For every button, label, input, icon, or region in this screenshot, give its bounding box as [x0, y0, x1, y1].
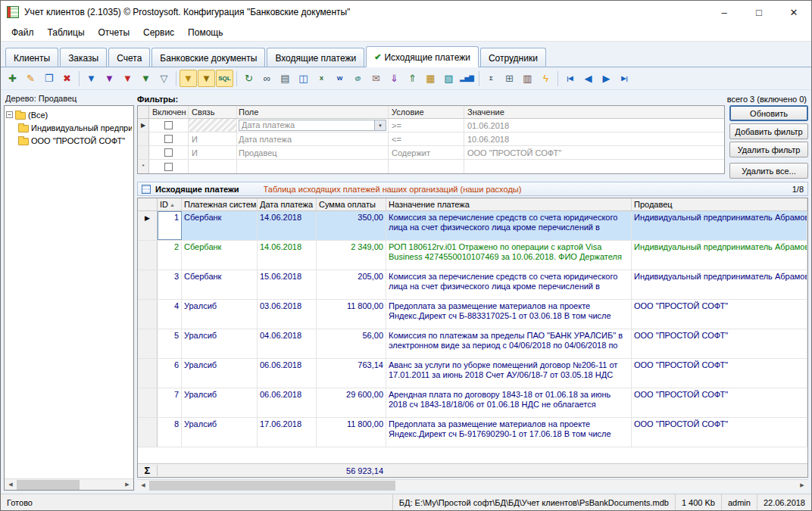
refresh-data-icon[interactable]: ↻	[240, 70, 258, 87]
sum-icon[interactable]: Σ	[483, 70, 500, 87]
grid-horizontal-scrollbar[interactable]: ◀ ▶	[137, 479, 808, 491]
cell-seller[interactable]: Индивидуальный предприниматель Абрамова	[632, 211, 807, 240]
filter-enabled-checkbox[interactable]	[164, 148, 173, 157]
filter-by-selection-icon[interactable]: ▼	[137, 70, 155, 87]
edit-filter-icon[interactable]: ▼	[101, 70, 118, 87]
cell-payment-date[interactable]: 15.06.2018	[258, 270, 317, 299]
delete-filter-icon[interactable]: ▼	[119, 70, 136, 87]
calculator-icon[interactable]: ⊞	[501, 70, 518, 87]
tab[interactable]: Банковские документы	[151, 48, 265, 67]
cell-purpose[interactable]: РОП 180612rv.i01 Отражено по операции с …	[386, 241, 632, 270]
filter-enabled-checkbox[interactable]	[164, 163, 173, 171]
nav-next-icon[interactable]: ▶	[598, 70, 615, 87]
export-excel-icon[interactable]: X	[313, 70, 330, 87]
remove-filter-button[interactable]: Удалить фильтр	[729, 142, 808, 157]
column-header[interactable]: Продавец	[632, 198, 807, 210]
tree-scroll-thumb[interactable]	[17, 480, 80, 490]
cell-purpose[interactable]: Комиссия за перечисление средств со счет…	[386, 270, 632, 299]
filter-enabled-checkbox[interactable]	[164, 121, 173, 129]
payment-row[interactable]: 2Сбербанк14.06.20182 349,00РОП 180612rv.…	[138, 241, 807, 270]
filter-row[interactable]: ИПродавецСодержитООО "ПРОСТОЙ СОФТ"	[138, 146, 724, 160]
add-filter-button[interactable]: Добавить фильтр	[729, 123, 808, 139]
export-word-icon[interactable]: W	[331, 70, 348, 87]
column-header[interactable]: Платежная система	[182, 198, 258, 210]
cell-payment-date[interactable]: 06.06.2018	[258, 388, 317, 417]
cell-seller[interactable]: ООО "ПРОСТОЙ СОФТ"	[632, 359, 807, 388]
cell-seller[interactable]: ООО "ПРОСТОЙ СОФТ"	[632, 418, 807, 447]
menu-item[interactable]: Отчеты	[92, 25, 136, 40]
grid-scroll-track[interactable]	[149, 480, 796, 491]
payment-row[interactable]: 8Уралсиб17.06.201811 800,00Предоплата за…	[138, 418, 807, 447]
cell-purpose[interactable]: Комиссия по платежам за пределы ПАО "БАН…	[386, 329, 632, 358]
refresh-button[interactable]: Обновить	[729, 105, 808, 121]
filter-field-dropdown[interactable]: Дата платежа▼	[239, 120, 386, 131]
payment-row[interactable]: 4Уралсиб03.06.201811 800,00Предоплата за…	[138, 300, 807, 329]
tab[interactable]: Клиенты	[5, 48, 58, 67]
cell-purpose[interactable]: Арендная плата по договору 1843-18 от 01…	[386, 388, 632, 417]
add-record-icon[interactable]: ✚	[4, 70, 21, 87]
filter-row[interactable]: *	[138, 160, 724, 173]
cell-payment-system[interactable]: Уралсиб	[182, 418, 258, 447]
cell-payment-date[interactable]: 14.06.2018	[258, 241, 317, 270]
minimize-button[interactable]: –	[707, 1, 742, 23]
scroll-left-icon[interactable]: ◀	[137, 480, 149, 491]
menu-item[interactable]: Помощь	[181, 25, 230, 40]
scroll-left-icon[interactable]: ◀	[5, 479, 17, 491]
cell-seller[interactable]: Индивидуальный предприниматель Абрамова	[632, 241, 807, 270]
chart-icon[interactable]: ▂▅▇	[458, 70, 476, 87]
edit-record-icon[interactable]: ✎	[22, 70, 39, 87]
search-icon[interactable]: ∞	[258, 70, 276, 87]
payment-row[interactable]: 3Сбербанк15.06.2018205,00Комиссия за пер…	[138, 270, 807, 300]
cell-amount[interactable]: 29 600,00	[317, 388, 386, 417]
cell-payment-system[interactable]: Уралсиб	[182, 388, 258, 417]
filter-row[interactable]: ИДата платежа<=10.06.2018	[138, 132, 724, 146]
column-header[interactable]	[138, 198, 158, 210]
sql-filter-icon[interactable]: SQL	[216, 70, 233, 87]
cell-payment-system[interactable]: Сбербанк	[182, 211, 258, 240]
clear-filter-icon[interactable]: ▽	[155, 70, 173, 87]
cell-payment-system[interactable]: Уралсиб	[182, 300, 258, 329]
cell-amount[interactable]: 2 349,00	[317, 241, 386, 270]
menu-item[interactable]: Сервис	[136, 25, 181, 40]
column-header[interactable]: Дата платежа	[258, 198, 317, 210]
tree-item[interactable]: −(Все)	[6, 108, 132, 121]
grid-scroll-thumb[interactable]	[149, 481, 395, 491]
quick-action-icon[interactable]: ϟ	[537, 70, 554, 87]
cell-purpose[interactable]: Комиссия за перечисление средств со счет…	[386, 211, 632, 240]
tab[interactable]: Сотрудники	[480, 48, 546, 67]
payment-row[interactable]: 5Уралсиб04.06.201856,00Комиссия по плате…	[138, 329, 807, 359]
cell-payment-date[interactable]: 06.06.2018	[258, 359, 317, 388]
cell-amount[interactable]: 56,00	[317, 329, 386, 358]
cell-id[interactable]: 1	[158, 211, 182, 240]
column-header[interactable]: Назначение платежа	[386, 198, 632, 210]
cell-amount[interactable]: 11 800,00	[317, 418, 386, 447]
cell-amount[interactable]: 350,00	[317, 211, 386, 240]
filter-field-cell[interactable]: Дата платежа▼	[237, 119, 389, 132]
cell-id[interactable]: 2	[158, 241, 182, 270]
scroll-right-icon[interactable]: ▶	[121, 479, 133, 491]
cell-seller[interactable]: Индивидуальный предприниматель Абрамова	[632, 270, 807, 299]
cell-purpose[interactable]: Предоплата за размещение материалов на п…	[386, 418, 632, 447]
cell-payment-date[interactable]: 04.06.2018	[258, 329, 317, 358]
delete-record-icon[interactable]: ✖	[58, 70, 76, 87]
print-icon[interactable]: ▤	[276, 70, 294, 87]
cell-amount[interactable]: 205,00	[317, 270, 386, 299]
tab[interactable]: Заказы	[60, 48, 107, 67]
filter-field-cell[interactable]: Дата платежа	[237, 132, 389, 145]
cell-id[interactable]: 5	[158, 329, 182, 358]
tree-item[interactable]: Индивидуальный предприниматель	[6, 121, 132, 134]
column-header[interactable]: ID▲	[158, 198, 182, 210]
filter-field-cell[interactable]	[237, 160, 389, 173]
filter-row[interactable]: ▶Дата платежа▼>=01.06.2018	[138, 119, 724, 132]
cell-payment-system[interactable]: Уралсиб	[182, 359, 258, 388]
import-data-icon[interactable]: ⇓	[386, 70, 403, 87]
report-designer-icon[interactable]: ▧	[440, 70, 458, 87]
cell-id[interactable]: 8	[158, 418, 182, 447]
cell-seller[interactable]: ООО "ПРОСТОЙ СОФТ"	[632, 329, 807, 358]
cell-payment-system[interactable]: Уралсиб	[182, 329, 258, 358]
close-button[interactable]: ✕	[776, 1, 811, 23]
tree-expander-icon[interactable]: −	[6, 111, 13, 118]
cell-purpose[interactable]: Аванс за услуги по уборке помещений дого…	[386, 359, 632, 388]
column-header[interactable]: Сумма оплаты	[317, 198, 386, 210]
cell-payment-system[interactable]: Сбербанк	[182, 241, 258, 270]
